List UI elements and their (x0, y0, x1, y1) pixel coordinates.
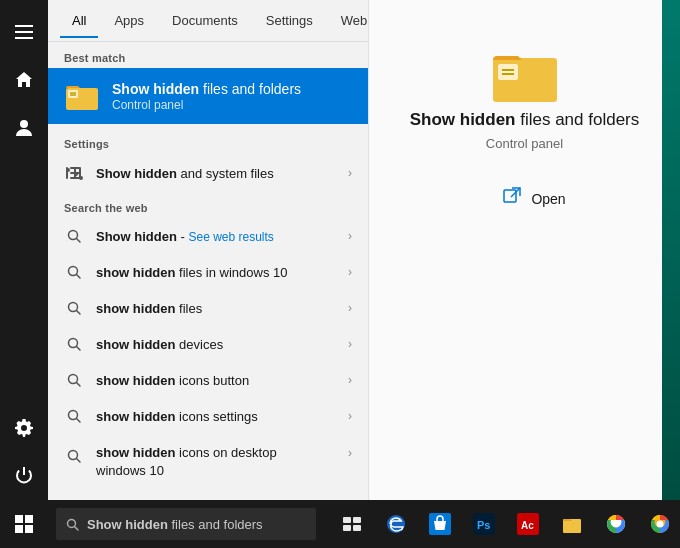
web-item-chevron-1: › (348, 265, 352, 279)
svg-point-15 (66, 168, 70, 172)
web-item-0[interactable]: Show hidden - See web results › (48, 218, 368, 254)
detail-title: Show hidden files and folders (410, 110, 640, 130)
web-item-chevron-3: › (348, 337, 352, 351)
web-search-label: Search the web (48, 192, 368, 218)
web-item-chevron-2: › (348, 301, 352, 315)
web-item-chevron-4: › (348, 373, 352, 387)
sidebar-power[interactable] (0, 452, 48, 500)
search-icon-0 (64, 226, 84, 246)
svg-point-3 (20, 120, 28, 128)
search-icon-6 (64, 446, 84, 466)
settings-item-text: Show hidden and system files (96, 166, 336, 181)
svg-text:Ps: Ps (477, 519, 490, 531)
open-icon (503, 187, 521, 210)
web-item-2[interactable]: show hidden files › (48, 290, 368, 326)
taskbar-app-icons: Ps Ac (332, 500, 680, 548)
svg-text:Ac: Ac (521, 520, 534, 531)
sidebar (0, 0, 48, 500)
search-icon-4 (64, 370, 84, 390)
settings-sliders-icon (64, 163, 84, 183)
web-item-chevron-5: › (348, 409, 352, 423)
search-icon-5 (64, 406, 84, 426)
taskbar-search-box[interactable]: Show hidden files and folders (56, 508, 316, 540)
detail-open-label: Open (531, 191, 565, 207)
svg-line-23 (77, 311, 81, 315)
sidebar-settings[interactable] (0, 404, 48, 452)
svg-rect-42 (343, 525, 351, 531)
svg-rect-4 (23, 467, 25, 475)
tab-all[interactable]: All (60, 5, 98, 36)
svg-line-27 (77, 383, 81, 387)
svg-point-54 (657, 521, 664, 528)
web-item-text-4: show hidden icons button (96, 373, 336, 388)
taskbar-search-text: Show hidden files and folders (87, 517, 263, 532)
web-item-text-0: Show hidden - See web results (96, 229, 336, 244)
search-panel: All Apps Documents Settings Web More ▼ F… (48, 0, 368, 500)
tabs-bar: All Apps Documents Settings Web More ▼ F… (48, 0, 368, 42)
svg-line-31 (77, 459, 81, 463)
web-item-3[interactable]: show hidden devices › (48, 326, 368, 362)
sidebar-user[interactable] (0, 104, 48, 152)
web-item-4[interactable]: show hidden icons button › (48, 362, 368, 398)
settings-label: Settings (48, 128, 368, 154)
best-match-text: Show hidden files and folders Control pa… (112, 80, 301, 112)
best-match-item[interactable]: Show hidden files and folders Control pa… (48, 68, 368, 124)
svg-point-52 (613, 521, 620, 528)
sidebar-home[interactable] (0, 56, 48, 104)
settings-item-chevron: › (348, 166, 352, 180)
taskbar-chrome-canary[interactable] (640, 500, 680, 548)
folder-icon (64, 78, 100, 114)
tab-settings[interactable]: Settings (254, 5, 325, 36)
svg-line-19 (77, 239, 81, 243)
taskbar-chrome[interactable] (596, 500, 636, 548)
svg-line-29 (77, 419, 81, 423)
svg-rect-50 (563, 519, 581, 533)
best-match-title: Show hidden files and folders (112, 80, 301, 98)
svg-line-25 (77, 347, 81, 351)
web-item-text-2: show hidden files (96, 301, 336, 316)
web-item-text-6: show hidden icons on desktopwindows 10 (96, 444, 336, 480)
taskbar-search-icon (66, 518, 79, 531)
taskbar-explorer[interactable] (552, 500, 592, 548)
web-item-1[interactable]: show hidden files in windows 10 › (48, 254, 368, 290)
svg-rect-36 (504, 190, 516, 202)
detail-panel: Show hidden files and folders Control pa… (368, 0, 680, 500)
detail-folder-icon (490, 40, 560, 110)
tab-web[interactable]: Web (329, 5, 368, 36)
search-icon-2 (64, 298, 84, 318)
svg-rect-2 (15, 37, 33, 39)
svg-rect-40 (343, 517, 351, 523)
web-item-chevron-6: › (348, 446, 352, 460)
tab-documents[interactable]: Documents (160, 5, 250, 36)
svg-rect-0 (15, 25, 33, 27)
web-item-chevron-0: › (348, 229, 352, 243)
settings-item[interactable]: Show hidden and system files › (48, 154, 368, 192)
taskbar: Show hidden files and folders (0, 500, 680, 548)
sidebar-hamburger[interactable] (0, 8, 48, 56)
svg-line-39 (75, 526, 79, 530)
web-item-text-5: show hidden icons settings (96, 409, 336, 424)
taskbar-acrobat[interactable]: Ac (508, 500, 548, 548)
web-item-5[interactable]: show hidden icons settings › (48, 398, 368, 434)
best-match-label: Best match (48, 42, 368, 68)
svg-point-17 (79, 176, 83, 180)
teal-decoration (662, 0, 680, 500)
detail-open-button[interactable]: Open (487, 179, 581, 218)
svg-rect-1 (15, 31, 33, 33)
taskbar-edge[interactable] (376, 500, 416, 548)
taskbar-task-view[interactable] (332, 500, 372, 548)
taskbar-photoshop[interactable]: Ps (464, 500, 504, 548)
taskbar-store[interactable] (420, 500, 460, 548)
svg-rect-41 (353, 517, 361, 523)
web-item-text-3: show hidden devices (96, 337, 336, 352)
search-icon-1 (64, 262, 84, 282)
best-match-subtitle: Control panel (112, 98, 301, 112)
svg-rect-33 (498, 64, 518, 80)
results-list: Best match Show hidden files and folders… (48, 42, 368, 500)
detail-subtitle: Control panel (486, 136, 563, 151)
start-button[interactable] (0, 500, 48, 548)
start-menu: All Apps Documents Settings Web More ▼ F… (0, 0, 680, 500)
web-item-6[interactable]: show hidden icons on desktopwindows 10 › (48, 434, 368, 490)
svg-rect-6 (68, 90, 78, 98)
tab-apps[interactable]: Apps (102, 5, 156, 36)
